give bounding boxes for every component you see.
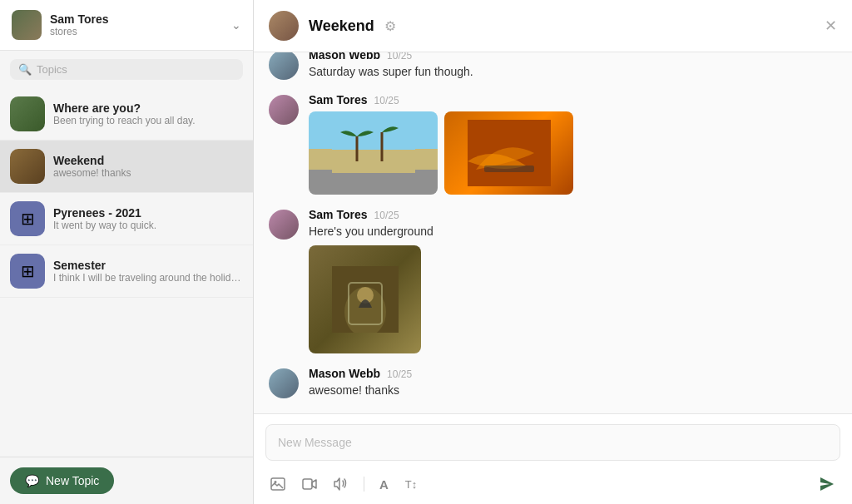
gear-icon[interactable]: ⚙ bbox=[384, 18, 396, 34]
message-meta: Sam Tores10/25 bbox=[309, 208, 837, 221]
topic-title: Where are you? bbox=[53, 101, 243, 115]
topic-avatar: ⊞ bbox=[10, 201, 45, 236]
topic-title: Semester bbox=[53, 259, 243, 272]
search-input[interactable] bbox=[37, 63, 235, 76]
sidebar-header-left: Sam Tores stores bbox=[12, 10, 109, 40]
topic-preview: It went by way to quick. bbox=[53, 220, 243, 231]
topic-avatar: ⊞ bbox=[10, 254, 45, 289]
topic-content: Weekendawesome! thanks bbox=[53, 154, 243, 179]
user-name: Sam Tores bbox=[50, 12, 109, 26]
new-topic-label: New Topic bbox=[46, 474, 99, 487]
user-avatar bbox=[12, 10, 42, 40]
chat-main: Weekend ⚙ ✕ Mason Webb10/25Nah, we have … bbox=[254, 0, 852, 504]
user-info: Sam Tores stores bbox=[50, 12, 109, 37]
message-image-tunnel bbox=[309, 245, 421, 353]
font-button[interactable]: A bbox=[374, 474, 394, 495]
input-area: A T↕ bbox=[254, 413, 852, 504]
chat-topic-avatar bbox=[269, 11, 299, 41]
topic-preview: I think I will be traveling around the h… bbox=[53, 272, 243, 284]
message-avatar bbox=[269, 52, 299, 80]
chevron-down-icon[interactable]: ⌄ bbox=[231, 18, 241, 32]
audio-icon bbox=[334, 477, 349, 491]
chat-title: Weekend bbox=[309, 17, 374, 35]
message-text: awesome! thanks bbox=[309, 383, 837, 399]
message-input-wrap bbox=[254, 414, 852, 467]
search-bar: 🔍 bbox=[0, 51, 253, 88]
topic-list: Where are you?Been trying to reach you a… bbox=[0, 88, 253, 457]
message-text: Here's you underground bbox=[309, 224, 837, 240]
topic-item-weekend[interactable]: Weekendawesome! thanks bbox=[0, 141, 253, 193]
user-subtitle: stores bbox=[50, 26, 109, 37]
svg-rect-1 bbox=[332, 150, 415, 173]
message-text: Saturday was super fun though. bbox=[309, 64, 837, 81]
topic-avatar bbox=[10, 96, 45, 131]
search-input-wrap: 🔍 bbox=[10, 59, 243, 80]
send-button[interactable] bbox=[814, 472, 840, 496]
message-avatar bbox=[269, 210, 299, 240]
message-sender: Mason Webb bbox=[309, 52, 380, 62]
message-body: Mason Webb10/25awesome! thanks bbox=[309, 367, 837, 399]
message-meta: Mason Webb10/25 bbox=[309, 367, 837, 380]
sidebar-header: Sam Tores stores ⌄ bbox=[0, 0, 253, 51]
message-sender: Mason Webb bbox=[309, 367, 380, 380]
message-input[interactable] bbox=[265, 424, 840, 461]
message-avatar bbox=[269, 95, 299, 125]
toolbar-area: A T↕ bbox=[254, 467, 852, 504]
message-time: 10/25 bbox=[387, 52, 412, 62]
message-meta: Mason Webb10/25 bbox=[309, 52, 837, 62]
topic-item-pyrenees-2021[interactable]: ⊞Pyrenees - 2021It went by way to quick. bbox=[0, 193, 253, 245]
message-group: Sam Tores10/25Here's you underground bbox=[254, 201, 852, 360]
text-size-icon: T↕ bbox=[405, 478, 417, 491]
message-image-beach-skate bbox=[309, 111, 438, 195]
message-body: Mason Webb10/25Saturday was super fun th… bbox=[309, 52, 837, 80]
topic-content: SemesterI think I will be traveling arou… bbox=[53, 259, 243, 284]
message-time: 10/25 bbox=[374, 95, 399, 106]
message-group: Sam Tores10/25 bbox=[254, 86, 852, 201]
sidebar: Sam Tores stores ⌄ 🔍 Where are you?Been … bbox=[0, 0, 254, 504]
svg-rect-2 bbox=[332, 173, 415, 186]
svg-rect-0 bbox=[332, 120, 415, 150]
message-time: 10/25 bbox=[374, 210, 399, 221]
topic-item-semester[interactable]: ⊞SemesterI think I will be traveling aro… bbox=[0, 245, 253, 298]
text-size-button[interactable]: T↕ bbox=[400, 475, 422, 494]
new-topic-button[interactable]: 💬 New Topic bbox=[10, 467, 114, 494]
message-sender: Sam Tores bbox=[309, 208, 368, 221]
svg-rect-6 bbox=[484, 166, 534, 172]
image-icon bbox=[270, 477, 285, 491]
svg-rect-13 bbox=[303, 479, 312, 489]
font-icon: A bbox=[379, 477, 389, 492]
topic-preview: Been trying to reach you all day. bbox=[53, 115, 243, 126]
message-body: Sam Tores10/25 bbox=[309, 93, 837, 195]
message-meta: Sam Tores10/25 bbox=[309, 93, 837, 106]
chat-header-left: Weekend ⚙ bbox=[269, 11, 396, 41]
message-images bbox=[309, 111, 837, 195]
topic-item-where-are-you[interactable]: Where are you?Been trying to reach you a… bbox=[0, 88, 253, 141]
topic-title: Pyrenees - 2021 bbox=[53, 206, 243, 220]
message-group: Mason Webb10/25Saturday was super fun th… bbox=[254, 52, 852, 86]
topic-content: Pyrenees - 2021It went by way to quick. bbox=[53, 206, 243, 231]
chat-bubble-icon: 💬 bbox=[25, 474, 39, 487]
search-icon: 🔍 bbox=[18, 63, 32, 76]
topic-title: Weekend bbox=[53, 154, 243, 167]
message-group: Mason Webb10/25awesome! thanks bbox=[254, 360, 852, 406]
message-sender: Sam Tores bbox=[309, 93, 368, 106]
close-icon[interactable]: ✕ bbox=[825, 17, 837, 35]
message-avatar bbox=[269, 368, 299, 398]
topic-avatar bbox=[10, 149, 45, 184]
message-time: 10/25 bbox=[387, 368, 412, 380]
messages-area: Mason Webb10/25Nah, we have two films co… bbox=[254, 52, 852, 413]
image-attach-button[interactable] bbox=[265, 474, 290, 494]
audio-attach-button[interactable] bbox=[329, 474, 354, 494]
send-icon bbox=[819, 476, 835, 492]
message-body: Sam Tores10/25Here's you underground bbox=[309, 208, 837, 353]
topic-content: Where are you?Been trying to reach you a… bbox=[53, 101, 243, 126]
message-image-skate-ramp bbox=[444, 111, 573, 195]
chat-header: Weekend ⚙ ✕ bbox=[254, 0, 852, 52]
topic-preview: awesome! thanks bbox=[53, 167, 243, 179]
message-images bbox=[309, 245, 837, 353]
sidebar-footer: 💬 New Topic bbox=[0, 457, 253, 504]
toolbar-divider bbox=[364, 477, 364, 492]
video-attach-button[interactable] bbox=[297, 475, 322, 493]
video-icon bbox=[302, 478, 317, 490]
